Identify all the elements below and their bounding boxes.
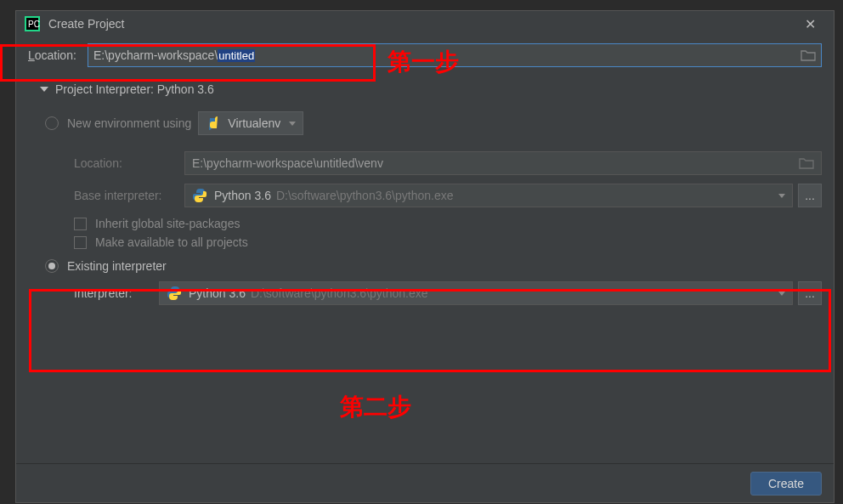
new-environment-radio-label: New environment using	[67, 116, 191, 130]
folder-icon[interactable]	[801, 49, 816, 61]
interpreter-path: D:\software\python3.6\python.exe	[251, 286, 428, 300]
base-interpreter-select: Python 3.6 D:\software\python3.6\python.…	[184, 184, 793, 207]
existing-interpreter-radio[interactable]: Existing interpreter	[45, 259, 822, 273]
interpreter-section-label: Project Interpreter: Python 3.6	[55, 82, 214, 96]
make-available-checkbox-label: Make available to all projects	[95, 235, 248, 249]
base-interpreter-label: Base interpreter:	[74, 189, 184, 202]
inherit-checkbox-row[interactable]: Inherit global site-packages	[45, 217, 822, 230]
inherit-checkbox-label: Inherit global site-packages	[95, 217, 240, 230]
base-interpreter-path: D:\software\python3.6\python.exe	[276, 189, 454, 202]
make-available-checkbox-row[interactable]: Make available to all projects	[45, 235, 822, 249]
interpreter-name: Python 3.6	[189, 286, 246, 300]
radio-icon	[45, 259, 59, 273]
location-input[interactable]: E:\pycharm-workspace\untitled	[88, 43, 822, 67]
location-label: Location:	[28, 48, 88, 62]
close-icon[interactable]: ✕	[793, 16, 827, 32]
dialog-content: Location: E:\pycharm-workspace\untitled …	[16, 37, 834, 463]
new-environment-radio[interactable]: New environment using Virtualenv	[45, 111, 822, 135]
env-location-label: Location:	[74, 156, 184, 170]
titlebar-title: Create Project	[48, 17, 793, 31]
svg-text:PC: PC	[28, 20, 40, 29]
interpreter-label: Interpreter:	[74, 286, 159, 300]
titlebar: PC Create Project ✕	[16, 11, 834, 37]
chevron-down-icon	[289, 122, 296, 126]
dialog-footer: Create	[16, 463, 834, 502]
virtualenv-dropdown-label: Virtualenv	[228, 116, 280, 130]
chevron-down-icon	[40, 87, 48, 92]
interpreter-section-header[interactable]: Project Interpreter: Python 3.6	[28, 82, 822, 96]
folder-icon[interactable]	[799, 157, 814, 169]
chevron-down-icon	[778, 292, 785, 296]
create-button[interactable]: Create	[750, 472, 822, 496]
interpreter-select[interactable]: Python 3.6 D:\software\python3.6\python.…	[159, 281, 793, 305]
chevron-down-icon	[778, 194, 785, 198]
existing-interpreter-radio-label: Existing interpreter	[67, 259, 167, 273]
browse-button[interactable]: ...	[798, 281, 822, 305]
virtualenv-dropdown[interactable]: Virtualenv	[198, 111, 303, 135]
checkbox-icon	[74, 236, 87, 249]
location-value-static: E:\pycharm-workspace\	[93, 48, 218, 62]
env-location-value: E:\pycharm-workspace\untitled\venv	[192, 156, 383, 170]
location-row: Location: E:\pycharm-workspace\untitled	[28, 40, 822, 72]
radio-icon	[45, 116, 59, 130]
browse-button[interactable]: ...	[798, 184, 822, 207]
create-project-dialog: PC Create Project ✕ Location: E:\pycharm…	[15, 10, 835, 503]
location-value-selection: untitled	[218, 49, 255, 62]
base-interpreter-name: Python 3.6	[214, 189, 271, 202]
python-icon	[167, 286, 182, 301]
pycharm-icon: PC	[23, 14, 42, 33]
virtualenv-icon	[206, 116, 221, 131]
python-icon	[192, 188, 207, 203]
env-location-field: E:\pycharm-workspace\untitled\venv	[184, 151, 822, 175]
checkbox-icon	[74, 218, 87, 230]
